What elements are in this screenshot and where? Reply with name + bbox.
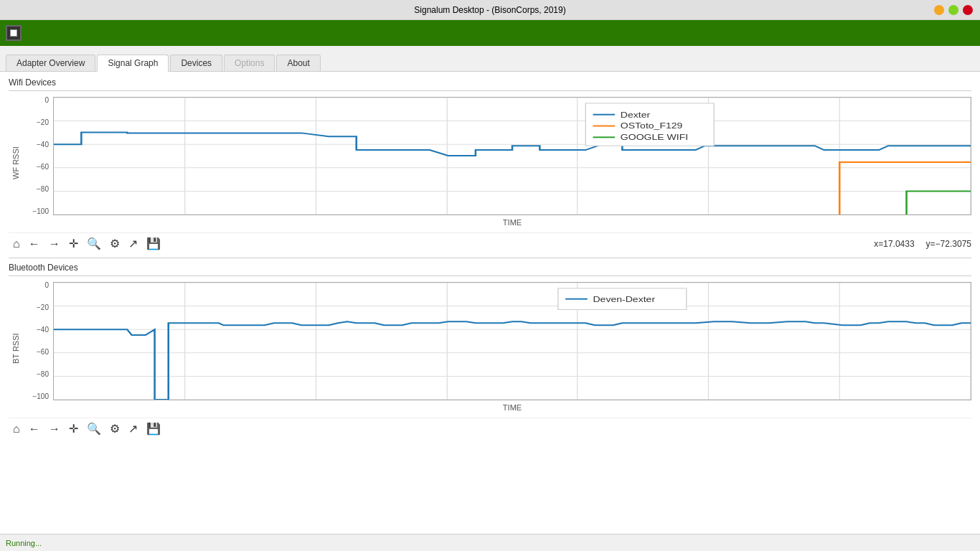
status-bar: Running... — [0, 534, 980, 551]
deven-dexter-line — [54, 321, 971, 400]
toolbar — [0, 20, 980, 46]
main-content: Wifi Devices WF RSSI 0 −20 −40 −60 −80 −… — [0, 72, 980, 534]
bt-chart-plot[interactable]: Deven-Dexter — [53, 282, 971, 400]
tab-devices[interactable]: Devices — [170, 55, 222, 71]
wifi-coords-display: x=17.0433 y=−72.3075 — [874, 239, 971, 249]
title-bar: Signalum Desktop - (BisonCorps, 2019) — [0, 0, 980, 20]
wifi-chart-svg: Dexter OSToto_F129 GOOGLE WIFI — [54, 98, 971, 215]
bt-settings-button[interactable]: ⚙ — [105, 421, 124, 437]
tab-options: Options — [224, 55, 275, 71]
wifi-back-button[interactable]: ← — [24, 236, 44, 252]
status-text: Running... — [6, 539, 42, 547]
bt-chart-toolbar: ⌂ ← → ✛ 🔍 ⚙ ↗ 💾 — [9, 418, 971, 440]
bt-y-tick-1: −20 — [24, 304, 52, 311]
dexter-line — [54, 132, 971, 156]
bt-autoscale-button[interactable]: ↗ — [124, 421, 142, 437]
wifi-save-button[interactable]: 💾 — [142, 236, 165, 252]
wifi-y-axis-label: WF RSSI — [9, 97, 23, 230]
bt-y-axis-label: BT RSSI — [9, 282, 23, 415]
wifi-chart-container: WF RSSI 0 −20 −40 −60 −80 −100 — [9, 97, 971, 230]
wifi-y-tick-2: −40 — [24, 141, 52, 149]
tab-about[interactable]: About — [276, 55, 320, 71]
bt-chart-svg: Deven-Dexter — [54, 283, 971, 400]
wifi-autoscale-button[interactable]: ↗ — [124, 236, 142, 252]
wifi-pan-button[interactable]: ✛ — [65, 236, 83, 252]
bt-home-button[interactable]: ⌂ — [9, 421, 24, 437]
wifi-coord-y: y=−72.3075 — [926, 239, 971, 249]
wifi-y-tick-0: 0 — [24, 97, 52, 104]
ostoto-line — [839, 162, 971, 215]
bt-y-tick-5: −100 — [24, 393, 52, 400]
bt-y-tick-3: −60 — [24, 349, 52, 356]
close-button[interactable] — [963, 5, 973, 15]
svg-text:Deven-Dexter: Deven-Dexter — [593, 295, 655, 303]
bt-x-label: TIME — [53, 400, 971, 415]
bt-forward-button[interactable]: → — [44, 421, 65, 437]
wifi-home-button[interactable]: ⌂ — [9, 236, 24, 252]
wifi-zoom-button[interactable]: 🔍 — [83, 236, 105, 252]
tab-signal-graph[interactable]: Signal Graph — [97, 55, 169, 72]
wifi-y-tick-4: −80 — [24, 186, 52, 193]
bt-chart-inner: 0 −20 −40 −60 −80 −100 — [24, 282, 971, 415]
wifi-forward-button[interactable]: → — [44, 236, 65, 252]
wifi-chart-toolbar: ⌂ ← → ✛ 🔍 ⚙ ↗ 💾 x=17.0433 y=−72.3075 — [9, 232, 971, 255]
maximize-button[interactable] — [948, 5, 958, 15]
wifi-x-label: TIME — [53, 215, 971, 230]
bluetooth-section: Bluetooth Devices BT RSSI 0 −20 −40 −60 … — [9, 263, 971, 440]
title-text: Signalum Desktop - (BisonCorps, 2019) — [414, 5, 565, 15]
wifi-chart-inner: 0 −20 −40 −60 −80 −100 — [24, 97, 971, 230]
window-controls — [934, 5, 973, 15]
bt-pan-button[interactable]: ✛ — [65, 421, 83, 437]
minimize-button[interactable] — [934, 5, 944, 15]
tab-bar: Adapter Overview Signal Graph Devices Op… — [0, 46, 980, 72]
wifi-section-label: Wifi Devices — [9, 77, 971, 88]
bt-y-tick-0: 0 — [24, 282, 52, 289]
svg-text:OSToto_F129: OSToto_F129 — [621, 122, 683, 131]
svg-text:Dexter: Dexter — [621, 110, 650, 119]
wifi-y-tick-1: −20 — [24, 119, 52, 126]
tab-adapter-overview[interactable]: Adapter Overview — [6, 55, 95, 71]
bt-section-label: Bluetooth Devices — [9, 263, 971, 273]
wifi-coord-x: x=17.0433 — [874, 239, 914, 249]
bt-zoom-button[interactable]: 🔍 — [83, 421, 105, 437]
app-icon — [6, 25, 22, 41]
bt-chart-container: BT RSSI 0 −20 −40 −60 −80 −100 — [9, 282, 971, 415]
bt-save-button[interactable]: 💾 — [142, 421, 165, 437]
wifi-y-tick-3: −60 — [24, 164, 52, 171]
wifi-section: Wifi Devices WF RSSI 0 −20 −40 −60 −80 −… — [9, 77, 971, 255]
wifi-settings-button[interactable]: ⚙ — [105, 236, 124, 252]
bt-y-tick-4: −80 — [24, 371, 52, 378]
bt-back-button[interactable]: ← — [24, 421, 44, 437]
google-wifi-line — [907, 191, 971, 215]
wifi-chart-plot[interactable]: Dexter OSToto_F129 GOOGLE WIFI — [53, 97, 971, 215]
wifi-y-tick-5: −100 — [24, 208, 52, 215]
svg-text:GOOGLE WIFI: GOOGLE WIFI — [621, 133, 688, 142]
bt-y-tick-2: −40 — [24, 326, 52, 334]
